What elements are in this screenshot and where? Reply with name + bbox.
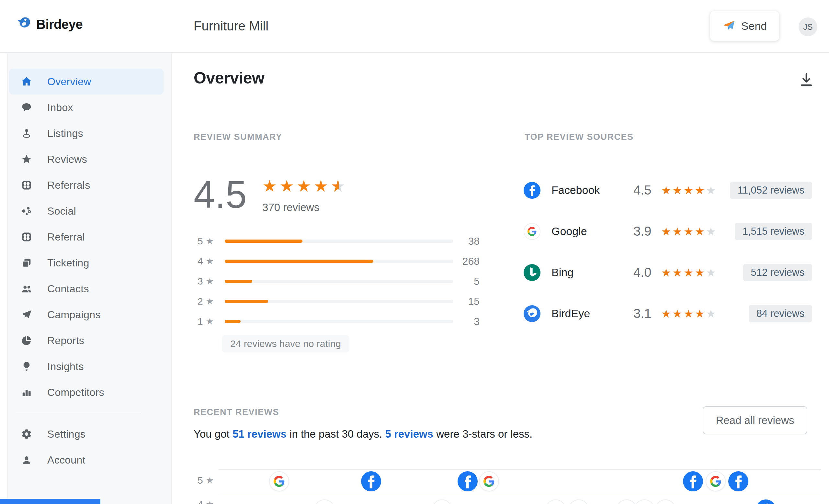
google-review-icon[interactable] (479, 471, 499, 491)
rating-distribution-row: 4★268 (194, 251, 479, 271)
sidebar-item-account[interactable]: Account (0, 447, 171, 473)
source-name: Google (551, 225, 634, 238)
sidebar-item-reports[interactable]: Reports (0, 327, 171, 353)
recent-reviews-label: RECENT REVIEWS (194, 407, 279, 417)
rating-row-count: 268 (454, 256, 479, 267)
user-avatar[interactable]: JS (799, 17, 817, 36)
sidebar-item-listings[interactable]: Listings (0, 120, 171, 146)
sidebar-item-contacts[interactable]: Contacts (0, 276, 171, 302)
rating-bar-track (225, 320, 454, 323)
sidebar-item-referral[interactable]: Referral (0, 224, 171, 250)
rating-bar-track (225, 280, 454, 283)
star-icon: ★ (706, 185, 716, 196)
chat-widget-strip[interactable] (0, 499, 100, 504)
sidebar-item-label: Campaigns (47, 309, 101, 321)
sidebar-item-label: Referral (47, 231, 85, 243)
sidebar-item-label: Insights (47, 361, 84, 373)
sidebar-item-label: Contacts (47, 283, 89, 295)
rating-row-count: 38 (454, 235, 479, 247)
sidebar-item-label: Listings (47, 127, 83, 140)
timeline-gridline (219, 493, 821, 493)
sidebar-item-inbox[interactable]: Inbox (0, 94, 171, 120)
rating-row-stars-value: 3 (197, 276, 203, 287)
sidebar-item-insights[interactable]: Insights (0, 353, 171, 379)
google-review-icon[interactable] (706, 471, 726, 491)
rating-bar-track (225, 260, 454, 263)
sidebar-item-label: Reviews (47, 153, 87, 165)
star-icon: ★ (695, 226, 704, 237)
rating-bar-track (225, 300, 454, 303)
star-icon (21, 153, 32, 165)
send-button[interactable]: Send (710, 11, 780, 41)
sidebar-item-competitors[interactable]: Competitors (0, 379, 171, 405)
sidebar-nav: OverviewInboxListingsReviewsReferralsSoc… (0, 69, 171, 473)
star-icon: ★ (661, 267, 671, 278)
sidebar-item-social[interactable]: Social (0, 198, 171, 224)
google-review-icon[interactable] (569, 500, 589, 504)
sidebar-item-referrals[interactable]: Referrals (0, 172, 171, 198)
star-icon: ★ (206, 499, 214, 504)
birdeye-app: Birdeye Furniture Mill Send JS OverviewI… (0, 0, 829, 504)
sentence-text: were 3-stars or less. (433, 428, 532, 440)
download-icon[interactable] (797, 71, 816, 89)
top-review-sources-list: Facebook4.5★★★★★11,052 reviewsGoogle3.9★… (524, 169, 812, 334)
rating-bar-fill (225, 280, 252, 283)
brand-logo[interactable]: Birdeye (17, 16, 82, 32)
google-review-icon[interactable] (432, 500, 452, 504)
review-source-row: BirdEye3.1★★★★★84 reviews (524, 293, 812, 334)
source-name: Facebook (551, 184, 634, 196)
rating-row-stars-value: 4 (197, 256, 203, 267)
rating-row-count: 5 (454, 275, 479, 287)
star-icon: ★ (672, 267, 682, 278)
source-review-count-badge: 1,515 reviews (735, 223, 812, 240)
sidebar-item-overview[interactable]: Overview (0, 69, 171, 94)
google-review-icon[interactable] (655, 500, 676, 504)
reviews-count-link[interactable]: 51 reviews (232, 428, 287, 440)
sidebar-item-label: Settings (47, 428, 85, 440)
average-rating-stars: ★★★★★★ (262, 178, 345, 194)
google-review-icon[interactable] (617, 500, 637, 504)
sidebar-item-label: Social (47, 205, 76, 217)
review-source-row: Google3.9★★★★★1,515 reviews (524, 211, 812, 252)
rating-bar-fill (225, 320, 241, 323)
bing-icon (524, 264, 540, 281)
facebook-icon (524, 182, 540, 199)
send-label: Send (741, 20, 767, 32)
total-reviews: 370 reviews (262, 201, 345, 214)
timeline-row-stars-value: 4 (197, 499, 203, 504)
google-review-icon[interactable] (546, 500, 566, 504)
sidebar-item-label: Competitors (47, 387, 104, 398)
star-icon: ★ (661, 185, 671, 196)
sidebar-item-ticketing[interactable]: Ticketing (0, 250, 171, 276)
source-name: BirdEye (551, 307, 634, 320)
people-icon (21, 283, 32, 295)
source-rating-stars: ★★★★★ (661, 267, 716, 278)
rating-row-count: 15 (454, 296, 479, 308)
facebook-review-icon[interactable] (756, 500, 776, 504)
sidebar-item-label: Overview (47, 76, 91, 88)
facebook-review-icon[interactable] (683, 471, 703, 491)
facebook-review-icon[interactable] (361, 471, 381, 491)
sidebar-item-campaigns[interactable]: Campaigns (0, 302, 171, 327)
low-reviews-count-link[interactable]: 5 reviews (385, 428, 433, 440)
facebook-review-icon[interactable] (728, 471, 748, 491)
sidebar-item-label: Inbox (47, 102, 73, 114)
google-review-icon[interactable] (315, 500, 334, 504)
google-review-icon[interactable] (635, 500, 654, 504)
sidebar-item-reviews[interactable]: Reviews (0, 146, 171, 172)
bar-chart-icon (21, 387, 32, 398)
rating-row-label: 4★ (194, 256, 216, 267)
sidebar: OverviewInboxListingsReviewsReferralsSoc… (0, 53, 172, 504)
rating-row-label: 5★ (194, 236, 216, 247)
timeline-row-label: 4★ (197, 499, 214, 504)
star-icon: ★ (280, 178, 294, 194)
facebook-review-icon[interactable] (458, 471, 478, 491)
read-all-reviews-button[interactable]: Read all reviews (703, 406, 807, 434)
chat-icon (21, 102, 32, 113)
google-review-icon[interactable] (269, 471, 289, 491)
half-star-fill: ★ (331, 178, 339, 194)
sidebar-item-settings[interactable]: Settings (0, 421, 171, 447)
rating-row-label: 3★ (194, 276, 216, 287)
brand-name: Birdeye (36, 17, 82, 32)
source-review-count-badge: 84 reviews (749, 305, 812, 322)
